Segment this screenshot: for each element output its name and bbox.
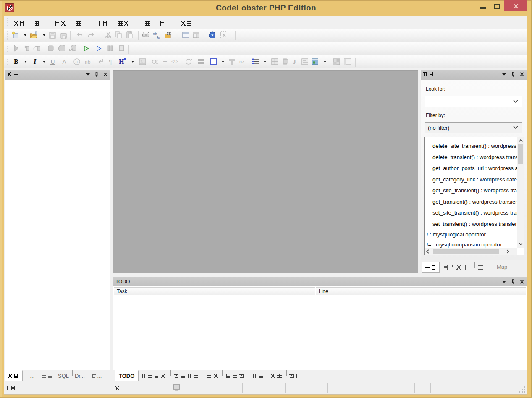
svg-text:ab: ab <box>153 32 157 36</box>
svg-text:a: a <box>76 60 78 64</box>
svg-text:ac: ac <box>157 36 160 39</box>
svg-text:<!>: <!> <box>171 59 178 64</box>
svg-text:?: ? <box>211 33 214 39</box>
